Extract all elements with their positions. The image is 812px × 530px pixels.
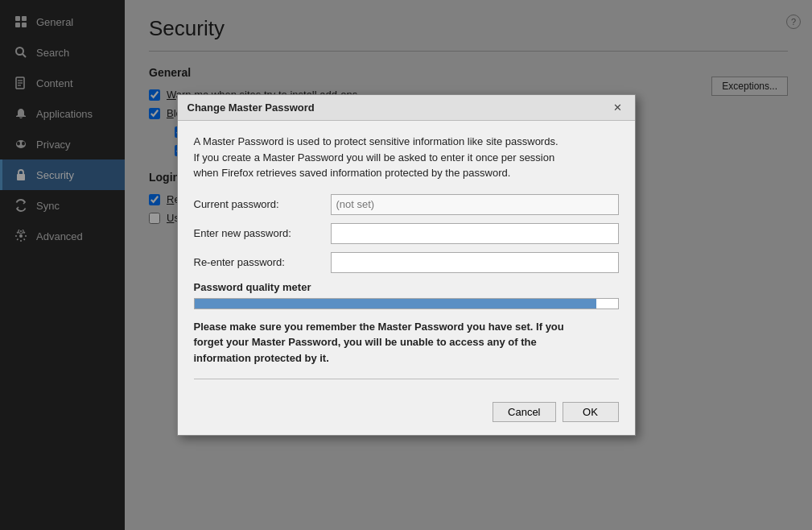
new-password-row: Enter new password:: [194, 223, 619, 244]
new-password-label: Enter new password:: [194, 227, 323, 239]
dialog-title-bar: Change Master Password ✕: [178, 95, 635, 121]
dialog-close-button[interactable]: ✕: [610, 102, 625, 113]
ok-button[interactable]: OK: [563, 402, 619, 422]
dialog-description: A Master Password is used to protect sen…: [194, 134, 619, 181]
reenter-password-label: Re-enter password:: [194, 256, 323, 268]
dialog-overlay: Change Master Password ✕ A Master Passwo…: [125, 0, 812, 530]
dialog-buttons: Cancel OK: [178, 402, 635, 435]
reenter-password-row: Re-enter password:: [194, 252, 619, 273]
quality-bar: [195, 299, 597, 308]
quality-meter-section: Password quality meter: [194, 281, 619, 309]
current-password-label: Current password:: [194, 198, 323, 210]
quality-meter-label: Password quality meter: [194, 281, 619, 293]
warning-text: Please make sure you remember the Master…: [194, 319, 619, 366]
change-master-password-dialog: Change Master Password ✕ A Master Passwo…: [177, 94, 636, 436]
main-content: Security ? General Warn me when sites tr…: [125, 0, 812, 530]
dialog-divider: [194, 379, 619, 379]
reenter-password-input[interactable]: [331, 252, 619, 273]
dialog-title: Change Master Password: [188, 101, 315, 114]
cancel-button[interactable]: Cancel: [493, 402, 555, 422]
current-password-input[interactable]: [331, 194, 619, 215]
quality-bar-container: [194, 298, 619, 309]
dialog-body: A Master Password is used to protect sen…: [178, 121, 635, 402]
new-password-input[interactable]: [331, 223, 619, 244]
current-password-row: Current password:: [194, 194, 619, 215]
